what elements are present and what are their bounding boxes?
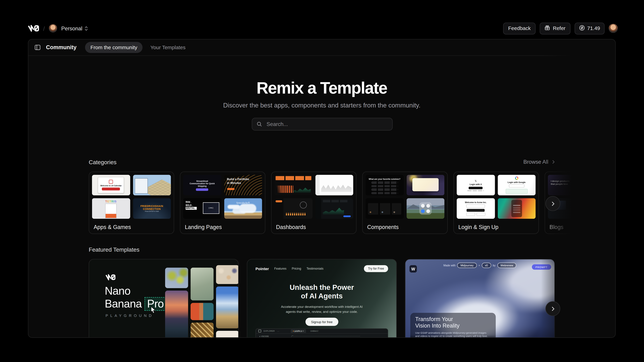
thumb-text: Streamlined Communication for Quick Ship… [189,180,216,187]
thumb-text: CONNECTION [143,208,161,210]
template-subheading: Accelerate your development workflow wit… [247,304,396,314]
feedback-label: Feedback [508,26,531,31]
tab-your-templates[interactable]: Your Templates [148,44,188,50]
leaves-photo [165,268,188,288]
template-subtitle: PLAYGROUND [106,314,154,318]
thumb-text: TETRIS [105,200,117,203]
team-name: Personal [61,25,82,31]
login-gradient-thumbnail [498,198,536,219]
category-card-row: Welcome to v0 Calendar TETRIS FRIEDRICHS… [89,172,616,234]
community-panel: Community From the community Your Templa… [28,39,616,338]
sidebar-toggle-icon[interactable] [34,44,41,50]
coffee-photo [216,331,239,338]
title-text: Banana [105,298,142,310]
tetris-game-thumbnail: TETRIS [92,198,130,219]
header-left: / Personal [28,24,88,32]
template-heading: Transform Your Vision Into Reality [415,316,491,329]
page-title: Community [46,44,76,50]
credits-chip[interactable]: 71.49 [574,22,605,34]
chevron-right-icon [552,160,555,164]
search-icon [257,122,262,127]
calendar-app-thumbnail: Welcome to v0 Calendar [92,175,130,196]
login-x-thumbnail: 𝕏 Login with X [457,175,495,196]
dark-dashboard-thumbnail [274,198,312,219]
categories-next-button[interactable] [546,196,560,211]
thumb-text: Build a Portfolio [227,178,249,181]
nav-link: Features [274,267,286,270]
sub-text: agents that write, review, and optimize … [286,310,358,314]
thumbnail-grid: 𝕏 Login with X Login with Google Welcome… [457,175,536,219]
thumb-text: RAW. [186,201,192,204]
category-card-components[interactable]: What are your favorite cuisines? Compone… [362,172,448,234]
hero-overlay-card: Transform Your Vision Into Reality Use G… [410,313,496,338]
heading-text: Transform Your [415,316,453,322]
bottles-photo [190,322,214,338]
plus-label: + [478,264,480,267]
brand-name: Pointer [256,266,269,271]
thumb-text: I design products that people love [551,180,573,186]
heading-text: Vision Into Reality [415,322,460,329]
pills-photo [216,265,239,284]
try-for-free-button: Try for Free [364,265,388,272]
heading-text: of AI Agents [301,292,343,300]
category-label: Landing Pages [185,224,262,230]
thumb-text: [IMG] [208,207,214,209]
thumb-text: Welcome to Acme Inc. [465,201,486,204]
feedback-button[interactable]: Feedback [503,22,536,34]
template-navbar: Pointer Features Pricing Testimonials Tr… [256,265,388,272]
login-google-thumbnail: Login with Google [498,175,536,196]
more-icon: ··· [277,330,279,332]
sub-text: Accelerate your development workflow wit… [281,305,363,309]
code-lines: /*--------------------------------------… [289,334,388,338]
thumbnail-grid [274,175,353,219]
x-logo: 𝕏 [475,179,477,182]
chevron-right-icon [550,202,555,206]
template-title: Nano [105,285,130,298]
gradient-card-thumbnail [406,175,444,196]
brutalist-landing-thumbnail: RAW. BOLD. BRUTAL. [IMG] [183,198,221,219]
saas-landing-thumbnail: Streamlined Communication for Quick Ship… [183,175,221,196]
prompt-button: PROMPT [532,264,551,270]
featured-card-gsap-wave[interactable]: Made with Midjourney + v0 by Webrenew W … [405,259,555,338]
team-switcher[interactable]: Personal [61,25,88,31]
browse-all-label: Browse All [523,159,548,165]
portfolio-landing-thumbnail: Build a Portfolio in Minutes [224,175,262,196]
template-heading: Unleash the Power of AI Agents [247,283,396,300]
orange-dashboard-thumbnail [274,175,312,196]
v0-logo [106,274,116,282]
editor-tab: Untitled-2 [308,329,320,333]
sunset-mountain-photo [165,290,188,338]
breadcrumb-separator: / [43,25,45,32]
credits-icon [579,25,585,32]
heading-text: Unleash the Power [290,283,354,292]
chevron-up-down-icon [85,26,88,30]
featured-card-pointer-ai[interactable]: Pointer Features Pricing Testimonials Tr… [247,259,397,338]
tree-item: ∨ VSCODE [259,335,289,338]
tab-from-the-community[interactable]: From the community [85,42,142,53]
editor-tab: ● gulpfile.js × [291,329,306,333]
category-card-landing-pages[interactable]: Streamlined Communication for Quick Ship… [180,172,265,234]
browse-all-link[interactable]: Browse All [523,159,555,165]
aerial-map-photo [190,268,214,300]
explorer-label: EXPLORER [264,330,275,332]
chevron-right-icon [550,306,555,311]
thumb-text: BRUTAL. [186,207,197,210]
category-card-login-signup[interactable]: 𝕏 Login with X Login with Google Welcome… [454,172,539,234]
category-label: Components [367,224,444,230]
category-label: Apps & Games [94,224,171,230]
search-input[interactable] [266,121,388,128]
refer-button[interactable]: Refer [540,22,570,34]
user-avatar[interactable] [609,24,618,33]
category-card-dashboards[interactable]: Dashboards [271,172,356,234]
control-center-thumbnail [406,198,444,219]
featured-card-nano-banana-pro[interactable]: Nano Banana Pro PLAYGROUND [89,259,238,338]
category-card-apps-games[interactable]: Welcome to v0 Calendar TETRIS FRIEDRICHS… [89,172,174,234]
featured-card-row: Nano Banana Pro PLAYGROUND [89,259,555,338]
editor-panel-icon [258,330,261,332]
v0-logo[interactable] [28,25,39,32]
featured-next-button[interactable] [546,301,560,316]
thumb-text: Login with X [470,183,482,186]
blog-thumbnail [589,175,616,196]
pixel-city-game-thumbnail: FRIEDRICHSHAIN CONNECTION Press ENTER to… [133,198,171,219]
thumbnail-grid: Streamlined Communication for Quick Ship… [183,175,262,219]
